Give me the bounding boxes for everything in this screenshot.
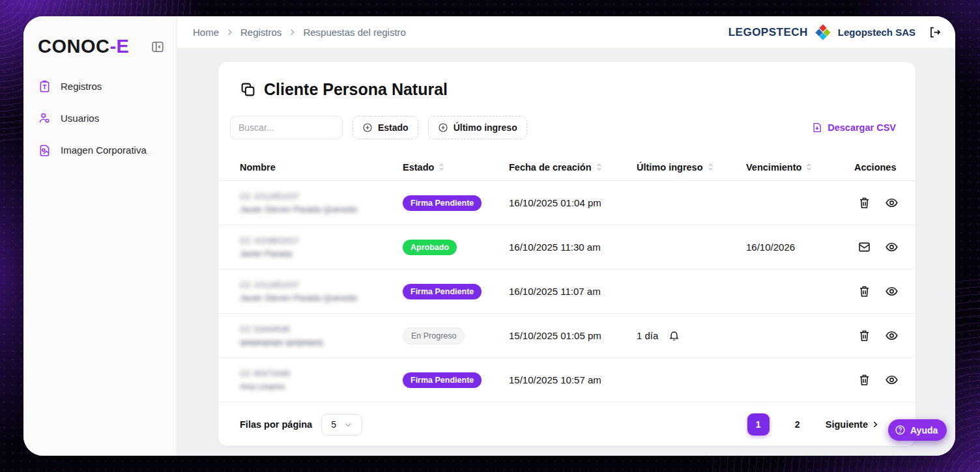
- filter-label: Estado: [378, 122, 409, 133]
- row-document-id: CC 1012451027: [240, 281, 403, 290]
- help-button[interactable]: Ayuda: [888, 419, 947, 441]
- chevron-right-icon: [225, 28, 234, 36]
- row-created-date: 16/10/2025 11:07 am: [509, 286, 637, 297]
- sidebar-item-label: Registros: [61, 81, 102, 92]
- chevron-right-icon: [288, 28, 296, 36]
- app-logo: CONOC-E: [38, 36, 129, 57]
- filter-ultimo-ingreso-button[interactable]: Último ingreso: [428, 116, 527, 139]
- table-row: CC 53444546 qwqwqwqw qwqwqwq En Progreso…: [218, 314, 915, 358]
- row-person-name: Javier Steven Parada Quevedo: [240, 293, 403, 303]
- rows-per-page-label: Filas por página: [240, 419, 312, 430]
- sidebar-collapse-icon[interactable]: [151, 40, 165, 54]
- row-expiry-date: 16/10/2026: [746, 242, 854, 253]
- sidebar-item-label: Usuarios: [61, 113, 99, 124]
- row-created-date: 15/10/2025 01:05 pm: [509, 330, 637, 341]
- pagination: 1 2 Siguiente: [747, 413, 880, 436]
- logout-icon[interactable]: [929, 25, 942, 39]
- delete-icon[interactable]: [857, 373, 871, 387]
- delete-icon[interactable]: [857, 285, 871, 298]
- chevron-right-icon: [871, 420, 880, 429]
- page-title: Cliente Persona Natural: [264, 80, 448, 99]
- row-document-id: CC 90473448: [240, 369, 403, 378]
- row-person-name: qwqwqwqw qwqwqwq: [240, 337, 403, 347]
- table-row: CC 1012451027 Javier Steven Parada Queve…: [218, 181, 915, 225]
- breadcrumb-respuestas[interactable]: Respuestas del registro: [303, 27, 406, 38]
- table-body: CC 1012451027 Javier Steven Parada Queve…: [218, 181, 915, 402]
- legopstech-diamond-logo: [816, 25, 830, 40]
- table-row: CC 1024602017 Javier Parada Aprobado 16/…: [218, 225, 915, 270]
- rows-per-page-select[interactable]: 5: [321, 414, 362, 436]
- delete-icon[interactable]: [857, 329, 871, 342]
- topbar: Home Registros Respuestas del registro L…: [177, 16, 955, 49]
- column-header-nombre: Nombre: [240, 162, 403, 173]
- chevron-down-icon: [344, 421, 353, 429]
- view-icon[interactable]: [885, 329, 899, 342]
- row-document-id: CC 1024602017: [240, 236, 403, 245]
- sidebar-item-registros[interactable]: Registros: [23, 72, 177, 101]
- filter-label: Último ingreso: [454, 122, 517, 133]
- help-button-label: Ayuda: [910, 425, 938, 436]
- column-header-estado[interactable]: Estado: [403, 162, 509, 173]
- delete-icon[interactable]: [857, 196, 871, 210]
- question-circle-icon: [895, 424, 906, 436]
- view-icon[interactable]: [885, 285, 899, 298]
- row-document-id: CC 53444546: [240, 325, 403, 334]
- image-icon: [38, 143, 51, 157]
- content-card: Cliente Persona Natural Estado Último in…: [218, 62, 915, 446]
- view-icon[interactable]: [885, 196, 899, 210]
- breadcrumb-home[interactable]: Home: [193, 27, 219, 38]
- plus-circle-icon: [362, 122, 373, 133]
- status-badge: Firma Pendiente: [403, 284, 482, 299]
- sort-icon: [706, 163, 715, 171]
- sidebar-item-imagen-corporativa[interactable]: Imagen Corporativa: [23, 135, 177, 165]
- column-header-fecha-creacion[interactable]: Fecha de creación: [509, 162, 637, 173]
- breadcrumb: Home Registros Respuestas del registro: [193, 27, 406, 38]
- next-page-button[interactable]: Siguiente: [826, 419, 880, 430]
- breadcrumb-registros[interactable]: Registros: [240, 27, 281, 38]
- view-icon[interactable]: [885, 373, 899, 387]
- row-person-name: Ana Linares: [240, 382, 403, 391]
- status-badge: Firma Pendiente: [403, 372, 482, 388]
- rows-per-page-value: 5: [331, 419, 336, 430]
- records-table: Nombre Estado Fecha de creación Último i…: [218, 154, 915, 402]
- users-icon: [38, 111, 51, 125]
- column-header-vencimiento[interactable]: Vencimiento: [746, 162, 854, 173]
- copy-icon[interactable]: [240, 81, 256, 98]
- table-row: CC 1012451027 Javier Steven Parada Queve…: [218, 270, 915, 314]
- sort-icon: [595, 163, 603, 171]
- file-download-icon: [811, 122, 823, 133]
- mail-icon[interactable]: [857, 240, 871, 254]
- status-badge: Firma Pendiente: [403, 195, 482, 211]
- status-badge: En Progreso: [403, 327, 465, 344]
- column-header-ultimo-ingreso[interactable]: Último ingreso: [637, 162, 746, 173]
- row-document-id: CC 1012451027: [240, 192, 403, 201]
- row-person-name: Javier Parada: [240, 249, 403, 258]
- plus-circle-icon: [438, 122, 448, 133]
- search-input[interactable]: [230, 116, 343, 139]
- sidebar-item-usuarios[interactable]: Usuarios: [23, 104, 177, 133]
- sort-icon: [437, 163, 446, 171]
- row-created-date: 16/10/2025 11:30 am: [509, 242, 637, 253]
- bell-icon[interactable]: [668, 329, 680, 342]
- main-area: Cliente Persona Natural Estado Último in…: [177, 49, 955, 456]
- filter-estado-button[interactable]: Estado: [353, 116, 418, 139]
- download-csv-button[interactable]: Descargar CSV: [811, 122, 896, 133]
- app-window: CONOC-E Registros Usuarios: [23, 16, 955, 456]
- view-icon[interactable]: [885, 240, 899, 254]
- row-created-date: 16/10/2025 01:04 pm: [509, 197, 637, 208]
- row-created-date: 15/10/2025 10:57 am: [509, 374, 637, 385]
- row-last-login: 1 día: [637, 330, 658, 341]
- table-header-row: Nombre Estado Fecha de creación Último i…: [218, 154, 915, 181]
- column-header-acciones: Acciones: [854, 162, 896, 173]
- page-button-1[interactable]: 1: [747, 413, 770, 436]
- status-badge: Aprobado: [403, 240, 457, 255]
- next-page-label: Siguiente: [826, 419, 868, 430]
- download-csv-label: Descargar CSV: [828, 122, 896, 133]
- sidebar-item-label: Imagen Corporativa: [61, 145, 147, 156]
- legopstech-logo-text: LEGOPSTECH: [728, 26, 808, 39]
- page-button-2[interactable]: 2: [786, 413, 809, 436]
- table-row: CC 90473448 Ana Linares Firma Pendiente …: [218, 358, 915, 402]
- clipboard-icon: [38, 79, 51, 93]
- row-person-name: Javier Steven Parada Quevedo: [240, 204, 403, 214]
- sort-icon: [805, 163, 813, 171]
